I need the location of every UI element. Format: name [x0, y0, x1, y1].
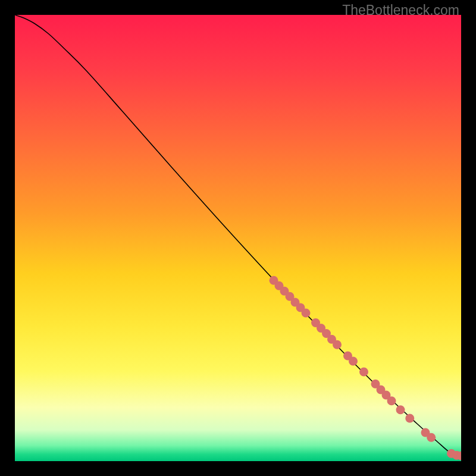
data-marker	[396, 405, 405, 414]
data-marker	[333, 340, 342, 349]
data-marker	[359, 368, 368, 377]
data-marker	[302, 309, 311, 318]
data-marker	[349, 357, 358, 366]
data-marker	[427, 433, 436, 442]
data-marker	[405, 414, 414, 423]
chart-svg	[15, 15, 461, 461]
chart-frame	[15, 15, 461, 461]
data-marker	[387, 396, 396, 405]
chart-background	[15, 15, 461, 461]
